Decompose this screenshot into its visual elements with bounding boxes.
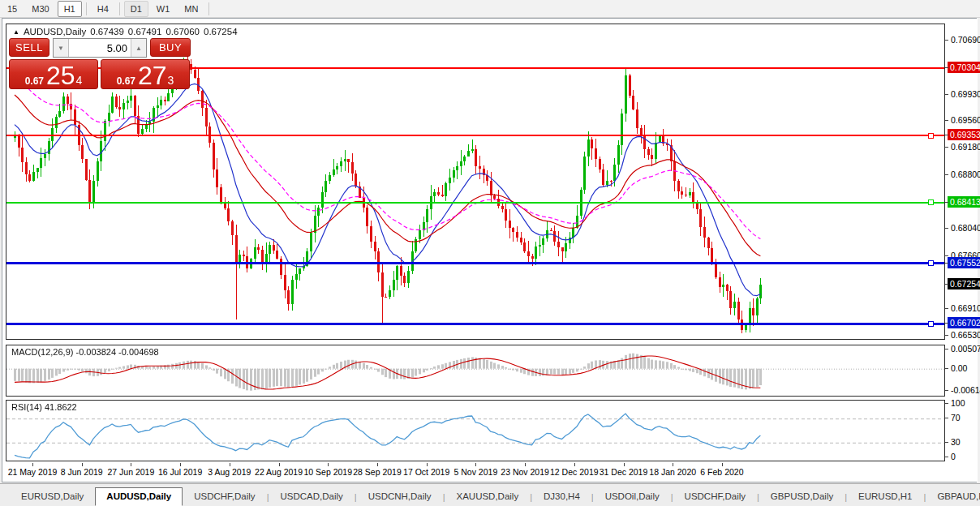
horizontal-line-0.67552[interactable] [6,262,944,264]
price-axis-label: 0.69930 [951,89,980,100]
tab-usdchf-daily[interactable]: USDCHF,Daily [673,487,757,506]
tab-usdcad-daily[interactable]: USDCAD,Daily [269,487,354,506]
price-axis-label: 0.70690 [951,35,980,45]
date-tick-mark [32,463,33,466]
date-tick-mark [673,463,673,466]
toolbar-separator [208,2,209,15]
tab-gbpusd-daily[interactable]: GBPUSD,Daily [759,487,845,506]
date-tick-mark [328,463,329,466]
price-level-badge-0.68413: 0.68413 [948,196,980,208]
tab-dj30-h4[interactable]: DJ30,H4 [532,487,591,506]
axis-tick-mark [945,335,948,336]
rsi-label: RSI(14) 41.8622 [11,402,77,412]
timeframe-button-w1[interactable]: W1 [150,1,177,17]
timeframe-button-m30[interactable]: M30 [25,1,55,17]
price-axis-label: 0 [951,452,956,462]
macd-value: -0.003824 [75,347,116,357]
collapse-panel-icon[interactable]: ▲ [13,28,19,36]
tab-usdchf-daily[interactable]: USDCHF,Daily [183,487,266,506]
horizontal-line-0.68413[interactable] [6,202,944,204]
axis-tick-mark [945,284,948,285]
macd-signal-value: -0.004698 [118,347,159,357]
buy-price-main: 27 [138,62,167,89]
rsi-canvas [6,401,944,461]
axis-tick-mark [945,255,948,256]
price-axis-label: 0.68800 [951,169,980,180]
line-handle[interactable] [928,260,934,266]
price-scale[interactable]: 0.706900.699300.695600.691800.688000.680… [945,19,978,482]
horizontal-line-0.69353[interactable] [6,135,944,136]
axis-tick-mark [945,323,948,324]
axis-tick-mark [945,403,948,404]
axis-tick-mark [945,228,948,229]
timeframe-button-mn[interactable]: MN [178,1,204,17]
axis-tick-mark [945,442,948,443]
rsi-pane: RSI(14) 41.8622 [6,400,945,461]
date-axis-label: 6 Feb 2020 [688,467,756,477]
date-tick-mark [82,463,83,466]
axis-tick-mark [945,457,948,457]
price-axis-label: 0.68040 [951,223,980,234]
price-axis-label: -0.00614 [951,385,980,396]
sell-price-box[interactable]: 0.67 25 4 [9,59,98,89]
tab-xauusd-daily[interactable]: XAUUSD,Daily [445,487,530,506]
buy-button[interactable]: BUY [150,38,191,57]
price-axis-label: 0.00 [951,363,967,374]
line-handle[interactable] [928,199,934,205]
toolbar-separator [86,2,87,15]
axis-tick-mark [945,390,948,391]
price-axis-label: 0.69180 [951,142,980,152]
date-tick-mark [525,463,526,466]
tab-usdcnh-daily[interactable]: USDCNH,Daily [357,487,443,506]
axis-tick-mark [945,418,948,418]
sell-price-pip: 4 [76,74,83,87]
timeframe-toolbar: 15M30H1H4D1W1MN [0,0,980,18]
tab-audusd-daily[interactable]: AUDUSD,Daily [95,487,183,506]
buy-price-box[interactable]: 0.67 27 3 [101,59,190,89]
axis-tick-mark [945,147,948,148]
line-handle[interactable] [928,133,934,139]
sell-button[interactable]: SELL [9,38,49,57]
macd-title: MACD(12,26,9) [11,347,73,357]
price-axis-label: 0.69560 [951,115,980,126]
price-axis-label: 0.66530 [951,330,980,341]
chart-symbol: AUDUSD,Daily [24,27,86,36]
chart-title: ▲ AUDUSD,Daily 0.67439 0.67491 0.67060 0… [13,27,238,36]
axis-tick-mark [945,94,948,95]
axis-tick-mark [945,135,948,135]
date-tick-mark [230,463,230,466]
volume-decrease-icon[interactable]: ▼ [54,39,68,57]
axis-tick-mark [945,67,948,68]
axis-tick-mark [945,349,948,349]
date-tick-mark [722,463,723,466]
price-axis-label: 70 [951,413,961,423]
rsi-value: 41.8622 [45,402,77,412]
ohlc-low: 0.67060 [165,27,200,36]
macd-pane: MACD(12,26,9) -0.003824 -0.004698 [6,345,945,397]
horizontal-line-0.66702[interactable] [6,323,944,325]
tab-gbpaud-h1[interactable]: GBPAUD,H1 [926,487,980,506]
timeframe-button-d1[interactable]: D1 [124,1,148,17]
price-axis-label: 30 [951,437,961,448]
date-tick-mark [624,463,625,466]
tab-usdoil-daily[interactable]: USDOil,Daily [594,487,671,506]
toolbar-separator [119,2,120,15]
axis-tick-mark [945,40,948,41]
tab-eurusd-daily[interactable]: EURUSD,Daily [10,487,95,506]
timeframe-button-h4[interactable]: H4 [91,1,115,17]
chart-window: ▲ AUDUSD,Daily 0.67439 0.67491 0.67060 0… [2,18,977,482]
timeframe-button-15[interactable]: 15 [1,1,24,17]
macd-label: MACD(12,26,9) -0.003824 -0.004698 [11,347,159,357]
volume-input[interactable] [68,39,131,57]
volume-increase-icon[interactable]: ▲ [131,39,146,57]
date-tick-mark [427,463,428,466]
axis-tick-mark [945,368,948,369]
date-tick-mark [131,463,131,466]
timeframe-button-h1[interactable]: H1 [58,1,82,17]
price-level-badge-0.66702: 0.66702 [948,317,980,328]
time-scale[interactable]: 21 May 20198 Jun 201927 Jun 201916 Jul 2… [2,463,945,482]
tab-eurusd-h1[interactable]: EURUSD,H1 [847,487,923,506]
price-level-badge-0.69353: 0.69353 [948,129,980,140]
current-price-badge: 0.67254 [948,278,980,289]
line-handle[interactable] [928,321,934,327]
